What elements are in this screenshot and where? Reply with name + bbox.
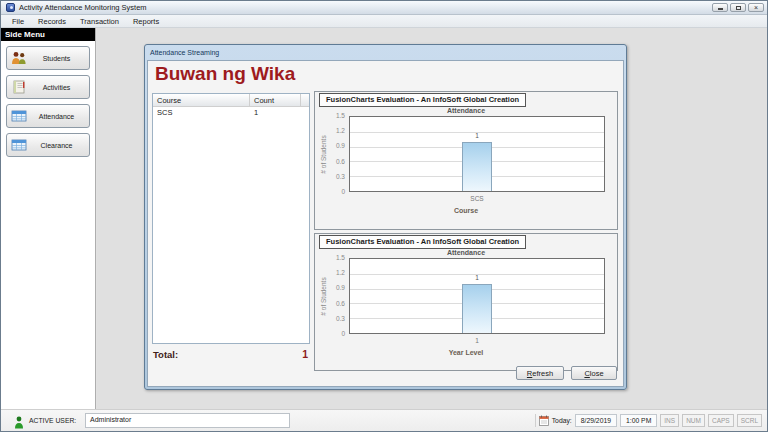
chart-xlabel: Year Level xyxy=(315,349,617,356)
menu-records[interactable]: Records xyxy=(31,16,73,27)
column-header-count[interactable]: Count xyxy=(250,94,301,106)
sidebar-button-activities[interactable]: Activities xyxy=(6,75,90,99)
status-separator xyxy=(535,414,536,427)
clearance-table-icon xyxy=(10,139,28,151)
menu-transaction[interactable]: Transaction xyxy=(73,16,126,27)
status-flag-num: NUM xyxy=(682,414,705,427)
column-header-sliver xyxy=(301,94,309,106)
chart-title: Attendance xyxy=(315,249,617,256)
y-tick-label: 1.2 xyxy=(319,269,345,276)
close-icon: × xyxy=(754,5,758,11)
fusioncharts-header: FusionCharts Evaluation - An InfoSoft Gl… xyxy=(319,235,526,249)
y-tick-label: 0.9 xyxy=(319,142,345,149)
y-tick-label: 0.3 xyxy=(319,315,345,322)
y-tick-label: 1.5 xyxy=(319,112,345,119)
y-tick-label: 1.2 xyxy=(319,127,345,134)
window-controls: × xyxy=(712,3,764,12)
side-menu-panel: Side Menu Students xyxy=(1,28,96,409)
x-tick-label: SCS xyxy=(349,195,605,202)
y-tick-label: 0 xyxy=(319,330,345,337)
y-tick-label: 0.6 xyxy=(319,300,345,307)
page-title: Buwan ng Wika xyxy=(155,63,295,85)
restore-icon xyxy=(736,6,741,10)
sidebar-button-students[interactable]: Students xyxy=(6,46,90,70)
status-flag-caps: CAPS xyxy=(708,414,734,427)
status-bar: ACTIVE USER: Administrator Today: 8/29/2… xyxy=(1,409,767,431)
sidebar-button-clearance[interactable]: Clearance xyxy=(6,133,90,157)
restore-button[interactable] xyxy=(730,3,746,12)
table-header-row: Course Count xyxy=(153,94,309,107)
course-count-table: Course Count SCS 1 xyxy=(152,93,310,344)
child-window-title: Attendance Streaming xyxy=(150,49,219,56)
column-header-course[interactable]: Course xyxy=(153,94,250,106)
chart-title: Attendance xyxy=(315,107,617,114)
active-user-icon xyxy=(14,415,24,432)
side-menu-header: Side Menu xyxy=(1,28,95,41)
menu-bar: File Records Transaction Reports xyxy=(1,15,767,28)
app-icon xyxy=(6,3,15,12)
menu-reports[interactable]: Reports xyxy=(126,16,166,27)
bar-year-1 xyxy=(462,284,492,333)
x-tick-label: 1 xyxy=(349,337,605,344)
activities-icon xyxy=(10,80,28,94)
mdi-area: Attendance Streaming Buwan ng Wika Cours… xyxy=(97,28,767,409)
attendance-table-icon xyxy=(10,110,28,122)
cell-count: 1 xyxy=(250,107,301,119)
y-tick-label: 0.9 xyxy=(319,284,345,291)
total-value: 1 xyxy=(268,348,308,360)
y-tick-label: 0.3 xyxy=(319,173,345,180)
status-flag-scrl: SCRL xyxy=(737,414,762,427)
attendance-streaming-window: Attendance Streaming Buwan ng Wika Cours… xyxy=(144,44,627,390)
bar-value-label: 1 xyxy=(350,274,604,281)
refresh-button-label: efresh xyxy=(532,369,553,378)
table-row[interactable]: SCS 1 xyxy=(153,107,309,119)
total-label: Total: xyxy=(153,349,178,360)
status-date: 8/29/2019 xyxy=(575,414,617,427)
y-tick-label: 1.5 xyxy=(319,254,345,261)
active-user-label: ACTIVE USER: xyxy=(29,417,76,424)
sidebar-button-label: Attendance xyxy=(28,113,89,120)
status-time: 1:00 PM xyxy=(620,414,657,427)
bar-value-label: 1 xyxy=(350,132,604,139)
app-window: Activity Attendance Monitoring System × … xyxy=(0,0,768,432)
child-window-content: Buwan ng Wika Course Count SCS 1 Total: … xyxy=(147,60,624,387)
close-button[interactable]: × xyxy=(748,3,764,12)
y-tick-label: 0 xyxy=(319,188,345,195)
refresh-button[interactable]: Refresh xyxy=(516,366,564,380)
sidebar-button-attendance[interactable]: Attendance xyxy=(6,104,90,128)
window-title: Activity Attendance Monitoring System xyxy=(19,3,147,12)
menu-file[interactable]: File xyxy=(5,16,31,27)
chart-panel-year-level: FusionCharts Evaluation - An InfoSoft Gl… xyxy=(314,233,618,371)
window-titlebar: Activity Attendance Monitoring System × xyxy=(1,1,767,15)
chart-plot-area: 1 xyxy=(349,116,605,192)
status-bar-right: Today: 8/29/2019 1:00 PM INS NUM CAPS SC… xyxy=(535,413,762,428)
status-flag-ins: INS xyxy=(660,414,679,427)
chart-xlabel: Course xyxy=(315,207,617,214)
chart-plot-area: 1 xyxy=(349,258,605,334)
close-dialog-button[interactable]: Close xyxy=(571,366,617,380)
chart-panel-course: FusionCharts Evaluation - An InfoSoft Gl… xyxy=(314,91,618,230)
students-icon xyxy=(10,51,28,65)
bar-scs xyxy=(462,142,492,191)
sidebar-button-label: Clearance xyxy=(28,142,89,149)
fusioncharts-header: FusionCharts Evaluation - An InfoSoft Gl… xyxy=(319,93,526,107)
sidebar-button-label: Students xyxy=(28,55,89,62)
sidebar-button-label: Activities xyxy=(28,84,89,91)
minimize-button[interactable] xyxy=(712,3,728,12)
calendar-icon xyxy=(539,412,549,430)
child-window-titlebar[interactable]: Attendance Streaming xyxy=(147,47,624,60)
close-button-label: lose xyxy=(590,369,604,378)
today-label: Today: xyxy=(552,417,572,424)
active-user-value: Administrator xyxy=(85,413,290,428)
cell-course: SCS xyxy=(153,107,250,119)
y-tick-label: 0.6 xyxy=(319,158,345,165)
minimize-icon xyxy=(718,8,723,10)
